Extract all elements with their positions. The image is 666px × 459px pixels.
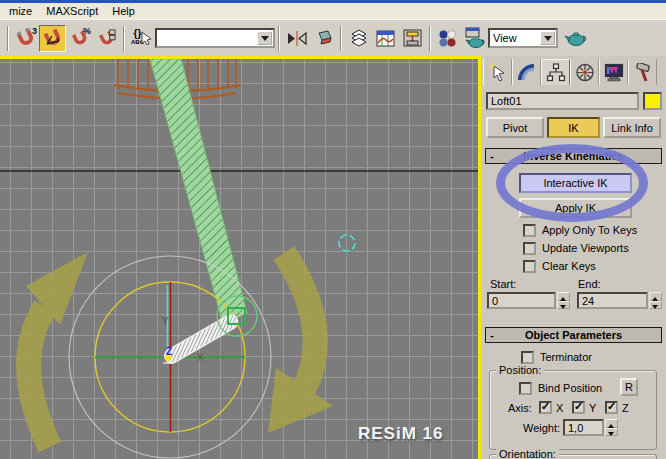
apply-only-to-keys-checkbox[interactable] (523, 224, 536, 237)
interactive-ik-button[interactable]: Interactive IK (519, 173, 632, 193)
layer-manager-button[interactable] (345, 25, 372, 52)
snap-3-superscript: 3 (32, 26, 37, 36)
axis-x-label: X (556, 402, 563, 414)
curve-editor-icon (376, 30, 395, 47)
chevron-down-icon (261, 36, 269, 45)
toolbar-separator (340, 26, 342, 51)
relative-button[interactable]: R (620, 378, 638, 396)
layers-icon (349, 29, 369, 47)
object-color-swatch[interactable] (643, 92, 662, 110)
spinner-snap-button[interactable] (93, 25, 120, 52)
menu-customize[interactable]: mize (2, 3, 39, 19)
angle-snap-icon (43, 28, 63, 48)
angle-snap-button[interactable] (39, 25, 66, 52)
modify-tab-icon (517, 63, 537, 82)
main-toolbar: 3 % {} ABC (0, 19, 666, 56)
tab-motion[interactable] (570, 59, 599, 85)
render-setup-icon (463, 27, 487, 49)
axis-x-label: X (197, 352, 204, 363)
link-info-button[interactable]: Link Info (603, 117, 661, 138)
axis-z-checkbox[interactable] (605, 401, 618, 414)
quick-render-button[interactable] (562, 25, 589, 52)
menu-maxscript[interactable]: MAXScript (39, 3, 105, 19)
checkbox-label: Update Viewports (542, 242, 629, 254)
utilities-tab-icon (633, 63, 653, 82)
object-name-field[interactable]: Loft01 (486, 92, 639, 110)
axis-z-label: Z (166, 346, 172, 357)
checkbox-label: Clear Keys (542, 260, 596, 272)
weight-spinner[interactable] (605, 419, 618, 436)
watermark-text: RESiM 16 (358, 424, 443, 444)
command-panel: Loft01 Pivot IK Link Info - Inverse Kine… (481, 56, 666, 459)
axis-z-label: Z (622, 402, 629, 414)
toolbar-separator (123, 26, 125, 51)
object-parameters-rollout[interactable]: - Object Parameters (485, 327, 662, 343)
start-spinner[interactable] (557, 292, 570, 309)
front-viewport[interactable]: Y X Z RESiM 16 (0, 56, 481, 459)
axis-x-checkbox[interactable] (539, 401, 552, 414)
weight-field[interactable]: 1,0 (563, 419, 604, 436)
display-tab-icon (604, 63, 624, 82)
menu-bar: mize MAXScript Help (0, 3, 666, 19)
hierarchy-tab-icon (546, 63, 566, 82)
bind-position-checkbox[interactable] (519, 382, 532, 395)
menu-help[interactable]: Help (105, 3, 142, 19)
max-window: mize MAXScript Help 3 % (0, 0, 666, 459)
align-button[interactable] (310, 25, 337, 52)
align-icon (314, 30, 334, 47)
tab-create[interactable] (483, 59, 512, 85)
end-field[interactable]: 24 (577, 292, 648, 309)
tab-display[interactable] (599, 59, 628, 85)
apply-only-to-keys-row: Apply Only To Keys (523, 223, 637, 237)
clear-keys-row: Clear Keys (523, 259, 596, 273)
edit-named-selections-button[interactable]: {} ABC (128, 25, 155, 52)
named-selection-combo[interactable] (155, 28, 275, 48)
tab-utilities[interactable] (628, 59, 657, 85)
axis-y-label: Y (589, 402, 596, 414)
dummy-circle-shape[interactable] (339, 235, 355, 251)
spinner-snap-icon (98, 29, 116, 47)
axis-label: Axis: (508, 402, 532, 414)
create-tab-icon (488, 63, 508, 82)
percent-snap-button[interactable]: % (66, 25, 93, 52)
end-label: End: (578, 278, 601, 290)
combo-dropdown-button[interactable] (257, 31, 272, 45)
combo-dropdown-button[interactable] (540, 31, 555, 45)
inverse-kinematics-rollout[interactable]: - Inverse Kinematics (485, 148, 662, 164)
update-viewports-row: Update Viewports (523, 241, 629, 255)
quick-render-icon (564, 28, 588, 48)
update-viewports-checkbox[interactable] (523, 242, 536, 255)
checkbox-label: Terminator (540, 351, 592, 363)
start-field[interactable]: 0 (487, 292, 556, 309)
mirror-button[interactable] (283, 25, 310, 52)
clear-keys-checkbox[interactable] (523, 260, 536, 273)
chevron-down-icon (544, 36, 552, 45)
material-editor-button[interactable] (434, 25, 461, 52)
motion-tab-icon (575, 63, 595, 82)
end-spinner[interactable] (649, 292, 662, 309)
command-panel-tabs (483, 59, 657, 85)
percent-superscript: % (83, 26, 91, 36)
orientation-group-label: Orientation: (496, 448, 559, 459)
cursor-arrow-icon (141, 31, 152, 45)
apply-ik-button[interactable]: Apply IK (519, 198, 632, 218)
bind-position-row: Bind Position (519, 381, 602, 395)
snap-toggle-3-button[interactable]: 3 (12, 25, 39, 52)
mirror-icon (287, 31, 307, 46)
render-type-combo[interactable]: View (488, 28, 558, 48)
pivot-button[interactable]: Pivot (486, 117, 544, 138)
material-editor-icon (438, 29, 457, 48)
toolbar-separator (278, 26, 280, 51)
render-setup-button[interactable] (461, 25, 488, 52)
axis-y-checkbox[interactable] (572, 401, 585, 414)
ik-button[interactable]: IK (547, 117, 600, 138)
curve-editor-button[interactable] (372, 25, 399, 52)
schematic-view-button[interactable] (399, 25, 426, 52)
position-group-label: Position: (496, 364, 544, 376)
tab-modify[interactable] (512, 59, 541, 85)
terminator-checkbox[interactable] (521, 351, 534, 364)
checkbox-label: Bind Position (538, 382, 602, 394)
tab-hierarchy[interactable] (541, 59, 570, 85)
render-type-value: View (493, 32, 517, 44)
terminator-row: Terminator (521, 350, 592, 364)
